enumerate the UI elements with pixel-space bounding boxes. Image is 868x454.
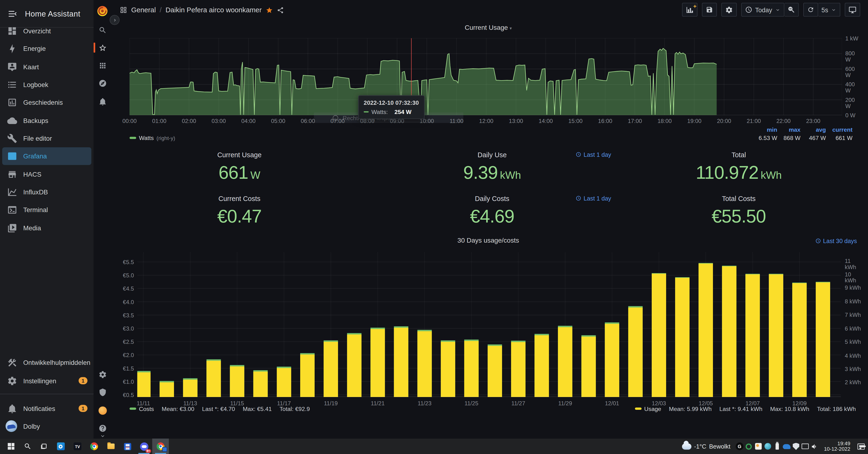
usage-bar — [675, 278, 689, 397]
tray-usb-icon[interactable] — [773, 438, 782, 454]
taskbar-discord-button[interactable]: 9+ — [136, 438, 152, 454]
sidebar-item-hacs[interactable]: HACS — [0, 165, 94, 183]
sidebar-item-overzicht[interactable]: Overzicht — [0, 22, 94, 40]
sidebar-item-label: Media — [23, 224, 41, 232]
tray-teamviewer-icon[interactable] — [763, 438, 773, 454]
rail-cog-icon[interactable] — [99, 370, 107, 379]
tray-onedrive-icon[interactable] — [782, 438, 792, 454]
costs-legend[interactable]: CostsMean: €3.00Last *: €4.70Max: €5.41T… — [129, 405, 310, 412]
outlook-icon — [57, 443, 65, 450]
stat-number: €55.50 — [712, 206, 766, 227]
sidebar-item-kaart[interactable]: Kaart — [0, 58, 94, 75]
taskbar-chrome-remote-button[interactable] — [152, 438, 169, 454]
kiosk-mode-button[interactable] — [845, 3, 861, 17]
sidebar-item-backups[interactable]: Backups — [0, 112, 94, 129]
stat-title[interactable]: Current Costs — [115, 195, 364, 203]
tray-logitech-icon[interactable]: G — [735, 438, 744, 454]
sidebar-item-energie[interactable]: Energie — [0, 40, 94, 58]
usage-bar — [816, 282, 830, 397]
rail-apps-icon[interactable] — [99, 61, 107, 70]
legend-stat-header[interactable]: avg — [802, 126, 826, 133]
rail-bell-icon[interactable] — [99, 97, 107, 106]
x-tick-label: 16:00 — [596, 118, 615, 124]
monthly-bar-chart[interactable] — [137, 252, 841, 397]
grafana-logo[interactable] — [96, 5, 108, 17]
time-shift-badge[interactable]: Last 1 day — [576, 195, 611, 202]
panel-title[interactable]: 30 Days usage/costs — [115, 237, 861, 244]
taskbar-chrome-button[interactable] — [86, 438, 102, 454]
sidebar-item-ontwikkelhulpmiddelen[interactable]: Ontwikkelhulpmiddelen — [0, 354, 94, 371]
breadcrumb-folder[interactable]: General — [131, 6, 156, 14]
weather-widget[interactable]: -1°C Bewolkt — [682, 443, 731, 450]
sidebar-item-media[interactable]: Media — [0, 219, 94, 237]
taskbar-file-explorer-button[interactable] — [102, 438, 119, 454]
rail-avatar-icon[interactable] — [99, 406, 107, 415]
sidebar-item-grafana[interactable]: Grafana — [2, 148, 91, 165]
sidebar-item-influxdb[interactable]: InfluxDB — [0, 183, 94, 201]
usage-bar — [394, 328, 408, 397]
rail-shield-icon[interactable] — [99, 388, 107, 397]
add-panel-button[interactable]: + — [682, 3, 698, 17]
taskbar-start-button[interactable] — [3, 438, 20, 454]
refresh-group: 5s — [803, 3, 840, 17]
usage-bar — [746, 274, 760, 397]
stat-panel-current-usage: Current Usage661W — [115, 147, 364, 191]
sidebar-item-geschiedenis[interactable]: Geschiedenis — [0, 94, 94, 112]
profile-name: Dolby — [23, 422, 40, 430]
sidebar-item-terminal[interactable]: Terminal — [0, 201, 94, 219]
save-dashboard-button[interactable] — [702, 3, 717, 17]
dashboards-grid-icon[interactable] — [120, 6, 127, 14]
dashboard-settings-button[interactable] — [721, 3, 737, 17]
taskbar-search-button[interactable] — [20, 438, 36, 454]
tray-display-icon[interactable] — [801, 438, 810, 454]
tray-volume-icon[interactable] — [810, 438, 819, 454]
rail-expand-button[interactable] — [110, 15, 120, 25]
remote-overlay — [162, 447, 167, 452]
legend-stat-header[interactable]: min — [753, 126, 777, 133]
legend-stat-header[interactable]: max — [778, 126, 801, 133]
time-shift-badge[interactable]: Last 30 days — [815, 238, 857, 244]
console-icon — [7, 205, 17, 215]
time-shift-badge[interactable]: Last 1 day — [576, 151, 611, 158]
legend-stat-value: 6.53 W — [753, 134, 777, 141]
taskbar-floppy-app-button[interactable] — [119, 438, 135, 454]
series-legend[interactable]: Watts (right-y) — [129, 134, 175, 141]
taskbar-tradingview-button[interactable]: TV — [69, 438, 86, 454]
grafana-iframe: General / Daikin Pefera airco woonkamer … — [94, 0, 868, 438]
time-range-picker[interactable]: Today — [741, 3, 784, 17]
legend-stat-header[interactable]: current — [827, 126, 852, 133]
tray-photos-icon[interactable] — [753, 438, 763, 454]
stat-title[interactable]: Total — [616, 151, 861, 159]
panel-title[interactable]: Current Usage▾ — [115, 24, 861, 32]
sidebar-item-notificaties[interactable]: Notificaties1 — [0, 400, 94, 417]
tray-battery-ring-icon[interactable] — [744, 438, 753, 454]
refresh-button[interactable] — [803, 3, 818, 17]
taskbar-task-view-button[interactable] — [36, 438, 53, 454]
usage-legend[interactable]: UsageMean: 5.99 kWhLast *: 9.41 kWhMax: … — [635, 405, 856, 412]
stat-title[interactable]: Total Costs — [616, 195, 861, 203]
zoom-out-button[interactable] — [784, 3, 799, 17]
sidebar-item-file-editor[interactable]: File editor — [0, 129, 94, 147]
favorite-star-icon[interactable] — [266, 6, 273, 13]
sidebar-toggle-icon[interactable] — [8, 8, 18, 19]
rail-help-icon[interactable] — [99, 424, 107, 432]
taskbar-clock[interactable]: 19:49 10-12-2022 — [824, 441, 850, 452]
x-tick-label: 01:00 — [150, 118, 169, 124]
breadcrumb-title[interactable]: Daikin Pefera airco woonkamer — [165, 6, 262, 14]
rail-compass-icon[interactable] — [99, 79, 107, 88]
stat-title[interactable]: Current Usage — [115, 151, 364, 159]
usage-bar — [793, 283, 807, 397]
taskbar-outlook-button[interactable] — [53, 438, 69, 454]
refresh-interval-picker[interactable]: 5s — [818, 3, 840, 17]
usage-area-chart[interactable] — [129, 38, 842, 115]
tray-security-shield-icon[interactable] — [791, 438, 801, 454]
action-center-button[interactable]: 3 — [854, 438, 868, 454]
share-icon[interactable] — [277, 6, 284, 13]
sidebar-item-logboek[interactable]: Logboek — [0, 76, 94, 94]
sidebar-profile[interactable]: Dolby — [0, 417, 94, 435]
left-axis-tick: €3.5 — [115, 312, 134, 318]
rail-star-icon[interactable] — [99, 44, 107, 52]
sidebar-item-instellingen[interactable]: Instellingen1 — [0, 372, 94, 390]
weather-condition: Bewolkt — [709, 443, 731, 450]
rail-search-icon[interactable] — [99, 26, 107, 34]
